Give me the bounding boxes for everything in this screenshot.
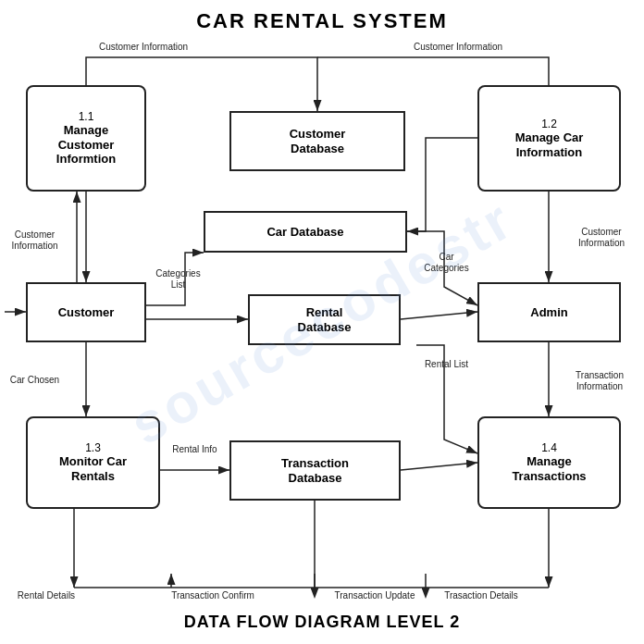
car-chosen-label: Car Chosen	[0, 375, 69, 386]
manage-customer-label: Manage Customer Informtion	[56, 123, 116, 167]
rental-db-box: Rental Database	[248, 294, 401, 345]
monitor-car-label: Monitor Car Rentals	[59, 454, 127, 483]
customer-entity-box: Customer	[26, 282, 146, 342]
svg-line-10	[401, 463, 477, 470]
title-top: CAR RENTAL SYSTEM	[0, 0, 644, 33]
manage-customer-box: 1.1 Manage Customer Informtion	[26, 85, 146, 192]
transaction-info-label: Transaction Information	[563, 370, 637, 392]
rental-db-label: Rental Database	[298, 305, 352, 334]
car-db-box: Car Database	[204, 211, 407, 253]
cust-info-label-1: Customer Information	[88, 42, 199, 53]
manage-transactions-num: 1.4	[541, 441, 557, 454]
manage-car-num: 1.2	[541, 118, 557, 130]
categories-list-label: Categories List	[148, 268, 208, 291]
customer-db-box: Customer Database	[229, 111, 405, 171]
monitor-car-box: 1.3 Monitor Car Rentals	[26, 416, 160, 509]
manage-transactions-label: Manage Transactions	[512, 454, 586, 483]
manage-car-label: Manage Car Information	[515, 130, 584, 159]
cust-info-label-4: Customer Information	[564, 227, 638, 249]
cust-info-label-3: Customer Information	[0, 229, 69, 252]
rental-details-label: Rental Details	[9, 590, 83, 601]
title-bottom: DATA FLOW DIAGRAM LEVEL 2	[0, 613, 644, 639]
svg-line-6	[401, 312, 477, 319]
car-db-label: Car Database	[266, 225, 343, 240]
admin-entity-box: Admin	[477, 282, 621, 342]
manage-customer-num: 1.1	[79, 110, 94, 123]
monitor-car-num: 1.3	[85, 441, 101, 454]
transaction-db-label: Transaction Database	[281, 456, 349, 485]
rental-list-label: Rental List	[416, 359, 477, 370]
car-categories-label: Car Categories	[416, 252, 477, 274]
customer-entity-label: Customer	[58, 305, 115, 320]
transaction-confirm-label: Transaction Confirm	[162, 590, 264, 601]
transaction-update-label: Transaction Update	[324, 590, 426, 601]
rental-info-label: Rental Info	[165, 444, 225, 455]
diagram-container: CAR RENTAL SYSTEM 1.1 Manage Customer In…	[0, 0, 644, 644]
manage-transactions-box: 1.4 Manage Transactions	[477, 416, 621, 509]
admin-entity-label: Admin	[530, 305, 567, 320]
transaction-db-box: Transaction Database	[229, 440, 401, 501]
customer-db-label: Customer Database	[290, 127, 346, 155]
trasaction-details-label: Trasaction Details	[435, 590, 527, 601]
cust-info-label-2: Customer Information	[398, 42, 518, 53]
manage-car-box: 1.2 Manage Car Information	[477, 85, 621, 192]
